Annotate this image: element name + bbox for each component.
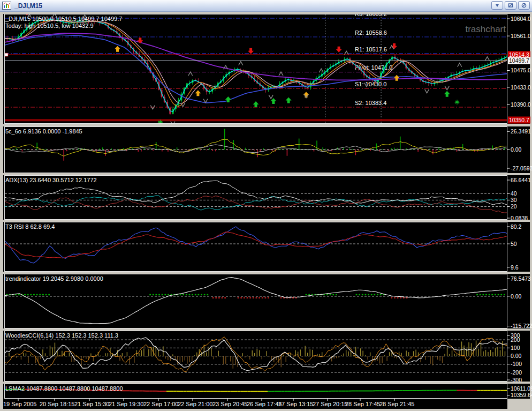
- time-axis-label: 26 Sep 17:45: [247, 401, 282, 407]
- pane-woodiescci[interactable]: 3002001000.00-100-200-300WoodiesCCI(6,14…: [3, 331, 530, 383]
- chart-area[interactable]: R3: 10605.2R2: 10558.6R1: 10517.6Pivot: …: [0, 12, 532, 411]
- time-axis[interactable]: 19 Sep 200520 Sep 18:1521 Sep 15:3021 Se…: [3, 399, 507, 409]
- axis-label: 30: [511, 197, 517, 203]
- axis-label: 10604.0: [511, 16, 531, 22]
- time-axis-label: 20 Sep 18:15: [40, 401, 74, 407]
- chart-canvas[interactable]: R3: 10605.2R2: 10558.6R1: 10517.6Pivot: …: [0, 12, 532, 411]
- axis-label: 0.00: [511, 353, 522, 359]
- axis-label: 0.00: [511, 293, 522, 300]
- chart-app-icon: [2, 2, 11, 10]
- pane-adx[interactable]: 66.64414030200.0838ADX(13) 23.6440 30.57…: [3, 175, 531, 221]
- time-axis-label: 21 Sep 19:30: [109, 401, 143, 407]
- time-axis-label: 19 Sep 2005: [3, 401, 36, 407]
- time-axis-label: 27 Sep 20:15: [313, 401, 347, 407]
- axis-label: -300: [511, 377, 522, 383]
- window-buttons: [491, 1, 530, 10]
- axis-label: -100: [511, 361, 522, 367]
- pane-main[interactable]: R3: 10605.2R2: 10558.6R1: 10517.6Pivot: …: [3, 12, 531, 125]
- pane-header: T3 RSI 8 62.8 69.4: [5, 223, 55, 230]
- pane-lsma2[interactable]: 10611.0910359.64LSMA2 10487.8800 10487.8…: [3, 384, 532, 399]
- pane-header: trendindicator 19.2045 2.9080 0.0000: [5, 275, 103, 282]
- price-axis-box-label: 10499.7: [509, 57, 529, 64]
- pivot-label: S1: 10430.0: [355, 81, 386, 87]
- axis-label: 40: [511, 190, 517, 197]
- axis-label: 9.6: [511, 264, 519, 271]
- pane-header: WoodiesCCI(6,14) 152.3 152.3 152.3 111.3: [5, 332, 118, 339]
- pivot-label: R2: 10558.6: [355, 29, 387, 36]
- pivot-label: S2: 10383.4: [355, 100, 386, 106]
- pane-t3rsi[interactable]: 80.2509.6T3 RSI 8 62.8 69.4: [3, 222, 530, 272]
- axis-label: 100: [511, 345, 520, 351]
- pivot-label: R3: 10605.2: [355, 12, 387, 17]
- axis-label: 26.3491: [511, 128, 531, 134]
- axis-label: 20: [511, 203, 517, 210]
- restore-button[interactable]: [505, 1, 516, 10]
- pivot-label: R1: 10517.6: [355, 46, 387, 53]
- time-axis-label: 21 Sep 15:30: [74, 401, 109, 407]
- pane-trend[interactable]: 76.54730.00-115.722trendindicator 19.204…: [3, 274, 532, 329]
- axis-label: 10475.0: [511, 67, 531, 73]
- window-titlebar[interactable]: _DJI,M15: [0, 0, 532, 12]
- axis-label: 0.00: [511, 146, 522, 153]
- axis-label: -115.722: [511, 323, 532, 329]
- chart-window: _DJI,M15 R3: 10605.2R2: 10558.6R1: 10517…: [0, 0, 532, 411]
- time-axis-label: 22 Sep 21:00: [178, 401, 212, 407]
- axis-label: -27.0593: [511, 165, 532, 171]
- price-axis-box-label: 10350.7: [509, 117, 529, 123]
- time-axis-label: 23 Sep 20:45: [212, 401, 247, 407]
- axis-label: 10390.0: [511, 101, 531, 108]
- axis-label: 50: [511, 241, 517, 247]
- pane-header: ADX(13) 23.6440 30.5712 12.1772: [5, 177, 97, 183]
- minimize-button[interactable]: [491, 1, 503, 10]
- time-axis-label: 28 Sep 21:45: [379, 401, 414, 407]
- close-button[interactable]: [518, 1, 530, 10]
- window-title: _DJI,M15: [14, 2, 42, 10]
- axis-label: 80.2: [511, 223, 522, 230]
- axis-label: 10611.09: [511, 385, 532, 392]
- axis-label: 66.6441: [511, 177, 531, 183]
- pane-header: LSMA2 10487.8800 10487.8800 10487.8800: [5, 385, 123, 392]
- axis-label: 200: [511, 337, 520, 343]
- axis-label: 10359.64: [511, 392, 532, 398]
- time-axis-label: 27 Sep 13:15: [278, 401, 313, 407]
- pane-header: Today: high 10510.5, low 10432.9: [5, 23, 94, 29]
- pane-header: _DJI,M15 10500.0 10510.5 10499.7 10499.7: [5, 16, 122, 22]
- axis-label: 10561.0: [511, 33, 531, 39]
- axis-label: -200: [511, 369, 522, 376]
- time-axis-label: 22 Sep 17:00: [143, 401, 178, 407]
- axis-label: 0.0838: [511, 215, 528, 221]
- time-axis-label: 28 Sep 17:45: [345, 401, 380, 407]
- pane-p5c6o[interactable]: 26.34910.00-27.05935c_6o 6.9136 0.0000 -…: [3, 126, 532, 173]
- axis-label: 76.5473: [511, 275, 531, 282]
- pane-header: 5c_6o 6.9136 0.0000 -1.9845: [5, 128, 82, 134]
- axis-label: 10433.0: [511, 84, 531, 91]
- watermark: trashchart: [465, 24, 506, 34]
